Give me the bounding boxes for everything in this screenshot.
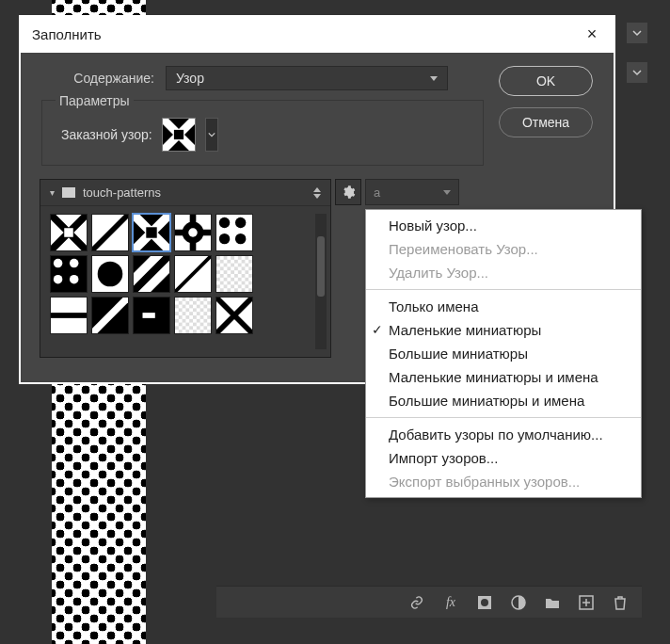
chevron-down-icon: ▾ bbox=[50, 187, 55, 198]
dialog-title: Заполнить bbox=[32, 26, 102, 42]
content-select[interactable]: Узор bbox=[166, 66, 448, 90]
params-title: Параметры bbox=[56, 93, 134, 108]
pattern-thumb[interactable] bbox=[91, 297, 129, 334]
content-select-value: Узор bbox=[176, 71, 204, 86]
pattern-thumb[interactable] bbox=[50, 255, 88, 293]
close-icon[interactable]: × bbox=[582, 24, 602, 44]
fx-icon[interactable]: fx bbox=[442, 594, 459, 611]
svg-point-25 bbox=[98, 262, 123, 287]
dialog-titlebar: Заполнить × bbox=[19, 15, 615, 53]
menu-small-thumbs[interactable]: Маленькие миниатюры bbox=[366, 318, 641, 342]
svg-point-17 bbox=[219, 233, 230, 244]
peek-field[interactable]: а bbox=[365, 179, 459, 205]
bg-dropdown-2[interactable] bbox=[627, 62, 647, 83]
new-layer-icon[interactable] bbox=[578, 594, 595, 611]
menu-delete-pattern: Удалить Узор... bbox=[366, 261, 641, 284]
pattern-thumb[interactable] bbox=[133, 214, 170, 251]
menu-rename-pattern: Переименовать Узор... bbox=[366, 237, 641, 261]
pattern-thumb[interactable] bbox=[133, 255, 170, 293]
menu-large-thumbs-names[interactable]: Большие миниатюры и имена bbox=[366, 389, 641, 412]
gear-context-menu: Новый узор... Переименовать Узор... Удал… bbox=[365, 209, 642, 498]
pattern-thumb[interactable] bbox=[133, 297, 170, 334]
svg-rect-7 bbox=[64, 228, 73, 237]
gear-icon[interactable] bbox=[335, 179, 361, 205]
menu-separator bbox=[366, 289, 641, 290]
svg-rect-10 bbox=[146, 227, 156, 237]
svg-point-16 bbox=[235, 217, 246, 228]
svg-rect-40 bbox=[175, 298, 211, 333]
pattern-picker: ▾ touch-patterns bbox=[40, 179, 331, 358]
menu-add-default[interactable]: Добавить узоры по умолчанию... bbox=[366, 423, 641, 446]
pattern-thumb[interactable] bbox=[174, 214, 212, 251]
menu-import[interactable]: Импорт узоров... bbox=[366, 446, 641, 470]
ok-button[interactable]: OK bbox=[499, 66, 593, 96]
pattern-thumb[interactable] bbox=[91, 214, 129, 251]
pattern-thumb[interactable] bbox=[50, 297, 88, 334]
layers-panel-footer: fx bbox=[216, 586, 642, 618]
params-fieldset: Параметры Заказной узор: bbox=[41, 100, 484, 166]
svg-point-1 bbox=[481, 599, 488, 606]
pattern-thumb[interactable] bbox=[215, 255, 253, 293]
pattern-swatch[interactable] bbox=[162, 118, 196, 152]
delete-icon[interactable] bbox=[612, 594, 629, 611]
bg-dropdown-1[interactable] bbox=[627, 23, 647, 43]
svg-rect-31 bbox=[216, 256, 252, 292]
folder-icon[interactable] bbox=[544, 594, 561, 611]
menu-names-only[interactable]: Только имена bbox=[366, 295, 641, 318]
pattern-thumb[interactable] bbox=[174, 297, 212, 334]
custom-pattern-label: Заказной узор: bbox=[61, 127, 152, 142]
svg-rect-5 bbox=[174, 130, 183, 139]
svg-point-18 bbox=[235, 233, 246, 244]
content-label: Содержание: bbox=[41, 71, 154, 86]
svg-point-20 bbox=[54, 259, 63, 268]
pattern-swatch-chevron[interactable] bbox=[205, 118, 218, 152]
picker-collapse-icon[interactable] bbox=[313, 187, 321, 199]
folder-icon bbox=[62, 187, 75, 198]
menu-new-pattern[interactable]: Новый узор... bbox=[366, 214, 641, 237]
mask-icon[interactable] bbox=[476, 594, 493, 611]
svg-point-21 bbox=[70, 259, 79, 268]
picker-header[interactable]: ▾ touch-patterns bbox=[40, 180, 330, 206]
menu-large-thumbs[interactable]: Большие миниатюры bbox=[366, 342, 641, 365]
pattern-thumb[interactable] bbox=[174, 255, 212, 293]
pattern-thumb[interactable] bbox=[91, 255, 129, 293]
pattern-thumbs bbox=[40, 206, 330, 342]
link-icon[interactable] bbox=[408, 594, 425, 611]
menu-small-thumbs-names[interactable]: Маленькие миниатюры и имена bbox=[366, 365, 641, 389]
pattern-thumb[interactable] bbox=[50, 214, 88, 251]
picker-folder-name: touch-patterns bbox=[83, 185, 161, 200]
svg-point-15 bbox=[219, 217, 230, 228]
svg-point-13 bbox=[188, 228, 198, 237]
pattern-thumb[interactable] bbox=[215, 214, 253, 251]
menu-export: Экспорт выбранных узоров... bbox=[366, 470, 641, 493]
svg-rect-33 bbox=[51, 313, 87, 318]
cancel-button[interactable]: Отмена bbox=[499, 107, 593, 137]
svg-point-22 bbox=[54, 275, 63, 284]
svg-point-23 bbox=[70, 275, 79, 284]
svg-rect-36 bbox=[143, 313, 155, 318]
picker-scrollbar[interactable] bbox=[315, 214, 327, 349]
pattern-thumb[interactable] bbox=[215, 297, 253, 334]
adjustment-icon[interactable] bbox=[510, 594, 527, 611]
menu-separator bbox=[366, 417, 641, 418]
